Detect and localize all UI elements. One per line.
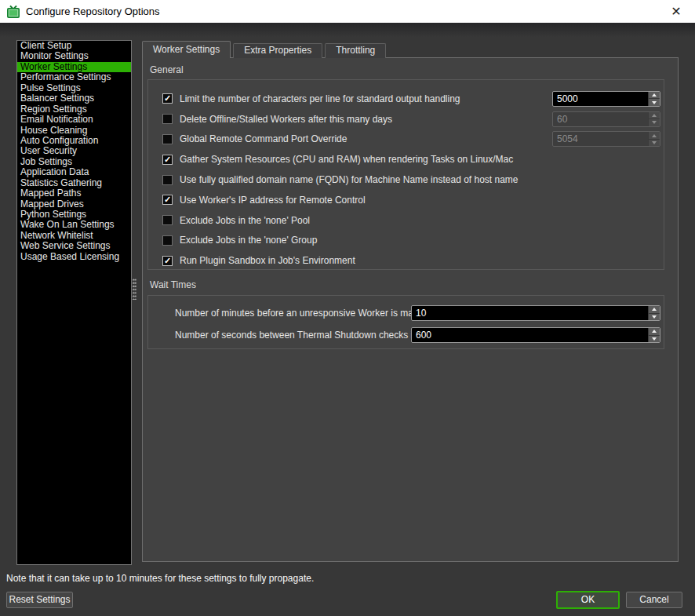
window-title: Configure Repository Options bbox=[26, 5, 160, 17]
checkbox-label: Exclude Jobs in the 'none' Pool bbox=[180, 215, 660, 226]
checkbox-delete-offline-stalled-workers-after-this-many-days[interactable] bbox=[162, 114, 173, 124]
checkbox-label: Gather System Resources (CPU and RAM) wh… bbox=[180, 154, 660, 165]
sidebar-item-balancer-settings[interactable]: Balancer Settings bbox=[17, 93, 131, 104]
tab-throttling[interactable]: Throttling bbox=[325, 43, 386, 58]
settings-row: Number of minutes before an unresponsive… bbox=[175, 302, 660, 324]
sidebar-item-performance-settings[interactable]: Performance Settings bbox=[17, 72, 131, 82]
check-icon: ✓ bbox=[164, 256, 171, 264]
cancel-button[interactable]: Cancel bbox=[626, 592, 682, 608]
checkbox-global-remote-command-port-override[interactable] bbox=[162, 134, 173, 144]
close-button[interactable]: ✕ bbox=[665, 0, 687, 23]
settings-row: Use fully qualified domain name (FQDN) f… bbox=[162, 169, 660, 190]
check-icon: ✓ bbox=[164, 155, 171, 163]
checkbox-label: Limit the number of characters per line … bbox=[180, 93, 552, 104]
sidebar-item-region-settings[interactable]: Region Settings bbox=[17, 104, 131, 115]
wait-times-group: Number of minutes before an unresponsive… bbox=[147, 295, 664, 349]
reset-settings-button[interactable]: Reset Settings bbox=[6, 592, 73, 608]
spin-field[interactable]: 5000 bbox=[552, 91, 660, 107]
checkbox-exclude-jobs-in-the-none-group[interactable] bbox=[162, 235, 173, 246]
spin-down-icon bbox=[652, 315, 657, 319]
splitter-grip[interactable] bbox=[133, 279, 136, 300]
sidebar-item-web-service-settings[interactable]: Web Service Settings bbox=[17, 241, 131, 251]
settings-row: ✓Gather System Resources (CPU and RAM) w… bbox=[162, 149, 660, 169]
sidebar-item-house-cleaning[interactable]: House Cleaning bbox=[17, 126, 131, 136]
spin-field: 60 bbox=[552, 111, 660, 127]
titlebar-shadow bbox=[0, 23, 695, 37]
spin-field[interactable]: 10 bbox=[411, 305, 660, 321]
sidebar-item-mapped-drives[interactable]: Mapped Drives bbox=[17, 199, 131, 210]
field-label: Number of minutes before an unresponsive… bbox=[175, 308, 411, 319]
checkbox-use-worker-s-ip-address-for-remote-control[interactable]: ✓ bbox=[162, 195, 173, 205]
wait-times-group-title: Wait Times bbox=[150, 279, 196, 290]
checkbox-gather-system-resources-cpu-and-ram-when-rendering-tasks-on-linux-mac[interactable]: ✓ bbox=[162, 155, 173, 165]
tab-extra-properties[interactable]: Extra Properties bbox=[233, 43, 322, 58]
sidebar-item-mapped-paths[interactable]: Mapped Paths bbox=[17, 188, 131, 199]
spin-down-icon bbox=[652, 121, 657, 124]
spin-down-button[interactable] bbox=[649, 99, 660, 106]
spin-up-button bbox=[649, 132, 660, 140]
spin-up-button[interactable] bbox=[649, 92, 660, 100]
checkbox-use-fully-qualified-domain-name-fqdn-for-machine-name-instead-of-host-name[interactable] bbox=[162, 175, 173, 185]
spin-down-icon bbox=[652, 141, 657, 144]
spin-field: 5054 bbox=[552, 131, 660, 147]
sidebar-item-usage-based-licensing[interactable]: Usage Based Licensing bbox=[17, 252, 131, 262]
sidebar-item-wake-on-lan-settings[interactable]: Wake On Lan Settings bbox=[17, 220, 131, 230]
spin-up-button[interactable] bbox=[649, 328, 660, 336]
spin-buttons bbox=[648, 92, 660, 106]
sidebar-item-client-setup[interactable]: Client Setup bbox=[17, 41, 131, 51]
sidebar-item-email-notification[interactable]: Email Notification bbox=[17, 115, 131, 125]
checkbox-label: Use fully qualified domain name (FQDN) f… bbox=[180, 174, 660, 185]
spin-down-button bbox=[649, 119, 660, 126]
sidebar-item-user-security[interactable]: User Security bbox=[17, 146, 131, 156]
app-icon bbox=[6, 5, 20, 19]
spin-field-value: 10 bbox=[412, 306, 648, 320]
settings-category-list: Client SetupMonitor SettingsWorker Setti… bbox=[16, 40, 132, 565]
spin-buttons bbox=[648, 112, 660, 126]
checkbox-limit-the-number-of-characters-per-line-for-standard-output-handling[interactable]: ✓ bbox=[162, 93, 173, 104]
ok-button[interactable]: OK bbox=[556, 591, 620, 609]
sidebar-item-job-settings[interactable]: Job Settings bbox=[17, 157, 131, 167]
sidebar-item-application-data[interactable]: Application Data bbox=[17, 167, 131, 177]
checkbox-label: Use Worker's IP address for Remote Contr… bbox=[180, 195, 660, 206]
worker-settings-panel: General ✓Limit the number of characters … bbox=[142, 57, 679, 562]
checkbox-label: Run Plugin Sandbox in Job's Environment bbox=[180, 255, 660, 266]
sidebar-item-network-whitelist[interactable]: Network Whitelist bbox=[17, 231, 131, 241]
checkbox-run-plugin-sandbox-in-job-s-environment[interactable]: ✓ bbox=[162, 256, 173, 266]
tab-worker-settings[interactable]: Worker Settings bbox=[142, 41, 231, 58]
configure-repository-options-dialog: Configure Repository Options ✕ Client Se… bbox=[0, 0, 695, 616]
spin-up-button[interactable] bbox=[649, 306, 660, 314]
sidebar-item-python-settings[interactable]: Python Settings bbox=[17, 210, 131, 220]
spin-buttons bbox=[648, 328, 660, 342]
field-label: Number of seconds between Thermal Shutdo… bbox=[175, 330, 411, 341]
spin-down-button bbox=[649, 140, 660, 147]
spin-buttons bbox=[648, 132, 660, 146]
settings-row: ✓Run Plugin Sandbox in Job's Environment bbox=[162, 250, 660, 271]
spin-down-button[interactable] bbox=[649, 314, 660, 321]
spin-up-icon bbox=[652, 308, 657, 311]
general-group-title: General bbox=[150, 64, 184, 75]
sidebar-item-worker-settings[interactable]: Worker Settings bbox=[17, 62, 131, 72]
checkbox-label: Delete Offline/Stalled Workers after thi… bbox=[180, 114, 552, 125]
sidebar-item-pulse-settings[interactable]: Pulse Settings bbox=[17, 83, 131, 93]
titlebar: Configure Repository Options ✕ bbox=[0, 0, 695, 23]
sidebar-item-auto-configuration[interactable]: Auto Configuration bbox=[17, 136, 131, 146]
propagation-note: Note that it can take up to 10 minutes f… bbox=[6, 573, 314, 584]
spin-up-icon bbox=[652, 114, 657, 117]
checkbox-label: Global Remote Command Port Override bbox=[180, 133, 552, 144]
spin-up-icon bbox=[652, 134, 657, 137]
sidebar-item-statistics-gathering[interactable]: Statistics Gathering bbox=[17, 178, 131, 188]
spin-field[interactable]: 600 bbox=[411, 327, 660, 343]
settings-row: ✓Limit the number of characters per line… bbox=[162, 89, 660, 109]
spin-buttons bbox=[648, 306, 660, 320]
spin-field-value: 5000 bbox=[553, 92, 648, 106]
spin-up-icon bbox=[652, 330, 657, 333]
sidebar-item-monitor-settings[interactable]: Monitor Settings bbox=[17, 51, 131, 61]
settings-row: Exclude Jobs in the 'none' Pool bbox=[162, 210, 660, 231]
spin-field-value: 60 bbox=[553, 112, 648, 126]
spin-down-button[interactable] bbox=[649, 336, 660, 343]
spin-down-icon bbox=[652, 337, 657, 341]
spin-down-icon bbox=[652, 101, 657, 104]
checkbox-exclude-jobs-in-the-none-pool[interactable] bbox=[162, 215, 173, 225]
settings-row: Exclude Jobs in the 'none' Group bbox=[162, 231, 660, 251]
spin-field-value: 5054 bbox=[553, 132, 648, 146]
